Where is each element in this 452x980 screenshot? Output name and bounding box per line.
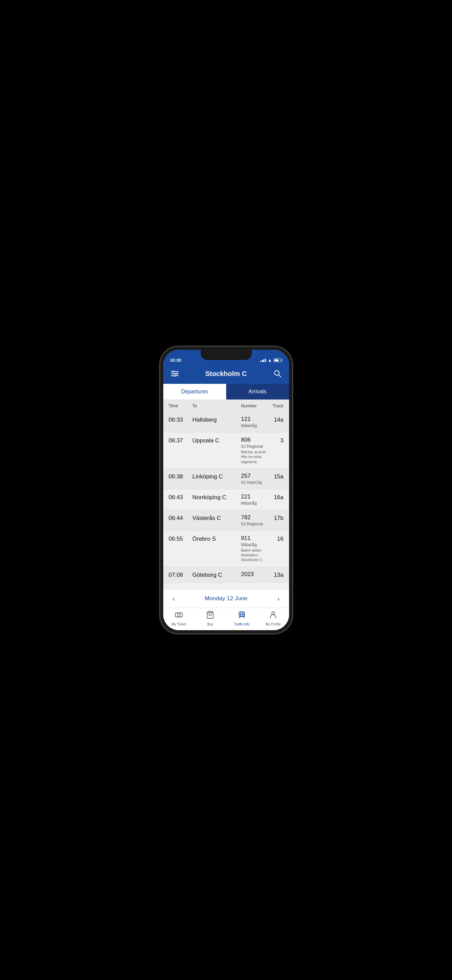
col-header-track: Track bbox=[268, 403, 284, 408]
dep-track: 15a bbox=[268, 473, 284, 480]
table-row[interactable]: 07:08 Göteborg C 2023 13a bbox=[163, 567, 289, 583]
table-row[interactable]: 06:44 Västerås C 782 SJ Regional 17b bbox=[163, 510, 289, 531]
train-icon bbox=[238, 611, 246, 621]
dep-track: 16a bbox=[268, 493, 284, 501]
dep-destination: Uppsala C bbox=[192, 437, 241, 444]
dep-track: 13a bbox=[268, 571, 284, 579]
table-row[interactable]: 06:43 Norrköping C 221 Mälartåg 16a bbox=[163, 489, 289, 510]
dep-track: 3 bbox=[268, 437, 284, 444]
status-time: 16:30 bbox=[170, 358, 181, 363]
dep-time: 06:55 bbox=[169, 535, 192, 542]
filter-icon[interactable] bbox=[169, 368, 181, 380]
nav-item-buy[interactable]: Buy bbox=[195, 608, 226, 627]
header: Stockholm C bbox=[163, 365, 289, 384]
dep-destination: Linköping C bbox=[192, 473, 241, 480]
dep-time: 06:38 bbox=[169, 473, 192, 480]
nav-label-my-ticket: My Ticket bbox=[172, 622, 186, 626]
dep-time: 06:44 bbox=[169, 514, 192, 522]
dep-time: 06:37 bbox=[169, 437, 192, 444]
tab-bar: Departures Arrivals bbox=[163, 384, 289, 400]
ticket-icon bbox=[175, 611, 183, 621]
table-row[interactable]: 06:55 Örebro S 911 Mälartåg Bakre delen:… bbox=[163, 531, 289, 567]
dep-track: 14a bbox=[268, 416, 284, 423]
bottom-nav: My Ticket Buy Traffic info bbox=[163, 608, 289, 630]
nav-item-my-ticket[interactable]: My Ticket bbox=[163, 608, 195, 627]
dep-note: Märsta: ej avst. från tre sista vagnarna… bbox=[241, 450, 268, 464]
next-date-button[interactable]: › bbox=[273, 593, 283, 604]
svg-point-18 bbox=[272, 612, 274, 614]
signal-icon bbox=[260, 359, 266, 362]
dep-number: 911 bbox=[241, 535, 268, 542]
dep-number-block: 782 SJ Regional bbox=[241, 514, 268, 527]
dep-track: 17b bbox=[268, 514, 284, 522]
table-row[interactable]: 06:33 Hallsberg 121 Mälartåg 14a bbox=[163, 412, 289, 433]
dep-service: SJ Regional bbox=[241, 444, 268, 449]
dep-destination: Västerås C bbox=[192, 514, 241, 522]
svg-point-4 bbox=[176, 373, 177, 375]
dep-time: 06:43 bbox=[169, 493, 192, 501]
dep-track: 16 bbox=[268, 535, 284, 542]
departures-list: 06:33 Hallsberg 121 Mälartåg 14a 06:37 U… bbox=[163, 412, 289, 589]
battery-icon bbox=[274, 358, 282, 362]
page-title: Stockholm C bbox=[205, 370, 247, 378]
nav-label-traffic-info: Traffic info bbox=[234, 622, 250, 626]
table-row[interactable]: 06:38 Linköping C 257 SJ InterCity 15a bbox=[163, 469, 289, 489]
tab-arrivals[interactable]: Arrivals bbox=[226, 384, 289, 399]
table-header: Time To Number Track bbox=[163, 400, 289, 412]
dep-number: 782 bbox=[241, 514, 268, 521]
table-row[interactable]: 06:37 Uppsala C 806 SJ Regional Märsta: … bbox=[163, 433, 289, 469]
tab-departures[interactable]: Departures bbox=[163, 384, 226, 399]
dep-number-block: 2023 bbox=[241, 571, 268, 578]
dep-service: SJ Regional bbox=[241, 522, 268, 527]
svg-point-16 bbox=[240, 615, 241, 616]
dep-service: Mälartåg bbox=[241, 542, 268, 547]
dep-destination: Hallsberg bbox=[192, 416, 241, 423]
status-icons: ▲ bbox=[260, 358, 282, 363]
col-header-time: Time bbox=[169, 403, 192, 408]
wifi-icon: ▲ bbox=[268, 358, 272, 363]
dep-destination: Norrköping C bbox=[192, 493, 241, 501]
dep-service: SJ InterCity bbox=[241, 480, 268, 485]
svg-line-7 bbox=[279, 375, 281, 377]
col-header-number: Number bbox=[241, 403, 268, 408]
dep-number-block: 806 SJ Regional Märsta: ej avst. från tr… bbox=[241, 437, 268, 464]
dep-number: 806 bbox=[241, 437, 268, 443]
svg-rect-8 bbox=[176, 613, 182, 617]
prev-date-button[interactable]: ‹ bbox=[169, 593, 179, 604]
svg-point-17 bbox=[243, 615, 243, 616]
phone-frame: 16:30 ▲ bbox=[160, 347, 292, 633]
svg-point-3 bbox=[172, 371, 174, 372]
svg-point-5 bbox=[173, 375, 175, 377]
cart-icon bbox=[206, 611, 214, 621]
dep-destination: Göteborg C bbox=[192, 571, 241, 579]
nav-label-buy: Buy bbox=[208, 622, 213, 626]
dep-service: Mälartåg bbox=[241, 423, 268, 428]
current-date: Monday 12 June bbox=[205, 595, 247, 602]
nav-item-my-profile[interactable]: My Profile bbox=[257, 608, 289, 627]
nav-label-my-profile: My Profile bbox=[266, 622, 281, 626]
nav-item-traffic-info[interactable]: Traffic info bbox=[226, 608, 258, 627]
dep-number-block: 121 Mälartåg bbox=[241, 416, 268, 428]
dep-time: 06:33 bbox=[169, 416, 192, 423]
dep-service: Mälartåg bbox=[241, 501, 268, 506]
dep-number-block: 221 Mälartåg bbox=[241, 493, 268, 506]
phone-screen: 16:30 ▲ bbox=[163, 350, 289, 630]
dep-number: 121 bbox=[241, 416, 268, 423]
dep-number: 2023 bbox=[241, 571, 268, 578]
dep-number: 221 bbox=[241, 493, 268, 500]
person-icon bbox=[269, 611, 277, 621]
dep-number-block: 257 SJ InterCity bbox=[241, 473, 268, 485]
notch bbox=[201, 350, 252, 360]
date-bar: ‹ Monday 12 June › bbox=[163, 589, 289, 608]
dep-number: 257 bbox=[241, 473, 268, 479]
dep-number-block: 911 Mälartåg Bakre delen: slutstation St… bbox=[241, 535, 268, 563]
col-header-to: To bbox=[192, 403, 241, 408]
dep-time: 07:08 bbox=[169, 571, 192, 579]
dep-destination: Örebro S bbox=[192, 535, 241, 542]
dep-note: Bakre delen: slutstation Stockholm C. bbox=[241, 548, 268, 563]
search-icon[interactable] bbox=[271, 368, 284, 380]
